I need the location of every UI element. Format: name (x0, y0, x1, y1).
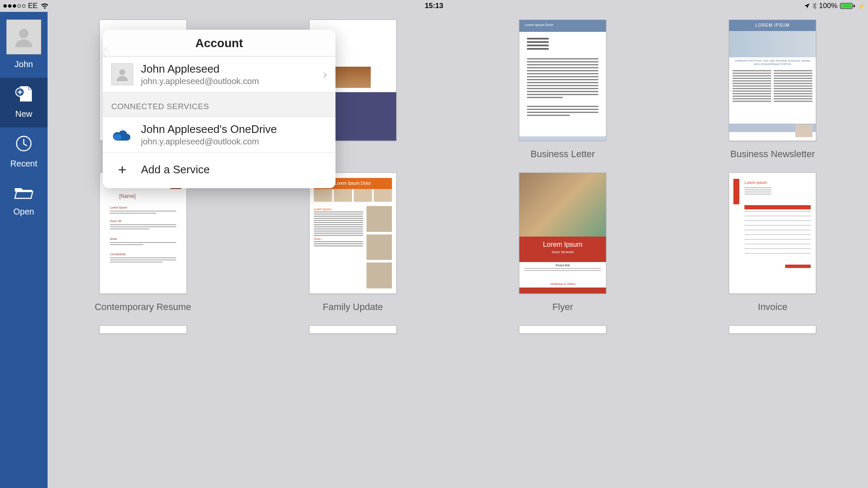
template-thumb: Lorem Ipsum Dolor (519, 20, 606, 141)
popover-title: Account (103, 30, 335, 56)
template-card-flyer[interactable]: Lorem Ipsum Dolor Sit Amet Fusce Est Viv… (480, 172, 645, 313)
add-service-label: Add a Service (141, 163, 210, 176)
sidebar: John New Recent Open (0, 12, 48, 488)
template-card-business-newsletter[interactable]: LOREM IPSUM VIVAMUS PORTTITOR, ODIO NEC … (690, 20, 855, 160)
svg-point-3 (119, 69, 125, 75)
add-service-button[interactable]: + Add a Service (103, 153, 335, 188)
sidebar-item-new[interactable]: New (0, 78, 48, 127)
service-name: John Appleseed's OneDrive (141, 123, 277, 136)
template-card-invoice[interactable]: Dolor [0000] Lorem Ipsum Invoice (690, 172, 855, 313)
sidebar-item-label: Recent (10, 159, 37, 169)
template-thumb: LOREM IPSUM VIVAMUS PORTTITOR, ODIO NEC … (729, 20, 816, 141)
wifi-icon (40, 3, 49, 9)
carrier-label: EE (28, 2, 38, 10)
sidebar-item-recent[interactable]: Recent (0, 127, 48, 177)
template-card-contemporary-resume[interactable]: yn [Name] Lorem Ipsum Dolor Sit Amet Con… (60, 172, 225, 313)
template-card-family-update[interactable]: Lorem Ipsum Dolor Lorem Ipsum... Dolor..… (270, 172, 435, 313)
bluetooth-icon (812, 3, 817, 9)
template-thumb (729, 325, 816, 334)
template-thumb (99, 325, 187, 334)
template-thumb: Lorem Ipsum Dolor Lorem Ipsum... Dolor..… (309, 172, 397, 294)
sidebar-user-label: John (14, 59, 33, 69)
template-thumb: Lorem Ipsum Dolor Sit Amet Fusce Est Viv… (519, 172, 606, 294)
template-thumb: yn [Name] Lorem Ipsum Dolor Sit Amet Con… (99, 172, 187, 294)
sidebar-account[interactable]: John (0, 12, 48, 78)
sidebar-item-label: New (15, 109, 32, 119)
new-doc-icon (14, 85, 34, 104)
account-name: John Appleseed (141, 62, 316, 76)
service-email: john.y.appleseed@outlook.com (141, 137, 277, 147)
ios-status-bar: EE 15:13 100% ⚡ (0, 0, 868, 12)
template-card-business-letter[interactable]: Lorem Ipsum Dolor Business Letter (480, 20, 645, 160)
template-card[interactable] (480, 325, 645, 334)
template-caption: Flyer (552, 302, 573, 313)
template-thumb (309, 325, 397, 334)
svg-point-4 (114, 134, 121, 140)
folder-open-icon (14, 185, 34, 202)
template-thumb (519, 325, 606, 334)
account-popover: Account John Appleseed john.y.appleseed@… (103, 30, 335, 188)
template-caption: Business Letter (530, 149, 595, 160)
template-caption: Business Newsletter (730, 149, 815, 160)
template-caption: Family Update (323, 302, 383, 313)
clock-icon (15, 135, 32, 154)
location-arrow-icon (804, 3, 810, 9)
battery-icon (840, 3, 855, 9)
chevron-right-icon: › (323, 68, 327, 81)
avatar (111, 63, 133, 85)
clock: 15:13 (425, 2, 443, 10)
account-email: john.y.appleseed@outlook.com (141, 76, 316, 86)
account-row[interactable]: John Appleseed john.y.appleseed@outlook.… (103, 56, 335, 93)
sidebar-item-label: Open (14, 207, 34, 217)
service-row-onedrive[interactable]: John Appleseed's OneDrive john.y.applese… (103, 116, 335, 153)
template-caption: Invoice (758, 302, 788, 313)
signal-strength-icon (3, 4, 25, 8)
connected-services-header: CONNECTED SERVICES (103, 93, 335, 116)
onedrive-icon (111, 129, 133, 141)
battery-percent: 100% (819, 2, 837, 10)
template-gallery: Lorem Ipsum Dolor Business Letter LOREM … (48, 12, 868, 488)
plus-icon: + (111, 161, 133, 178)
charging-bolt-icon: ⚡ (857, 3, 865, 9)
template-card[interactable] (690, 325, 855, 334)
template-card[interactable] (270, 325, 435, 334)
template-card[interactable] (60, 325, 225, 334)
sidebar-item-open[interactable]: Open (0, 177, 48, 225)
template-caption: Contemporary Resume (95, 302, 191, 313)
svg-point-0 (19, 29, 28, 38)
template-thumb: Dolor [0000] Lorem Ipsum (729, 172, 816, 294)
avatar (6, 20, 41, 54)
